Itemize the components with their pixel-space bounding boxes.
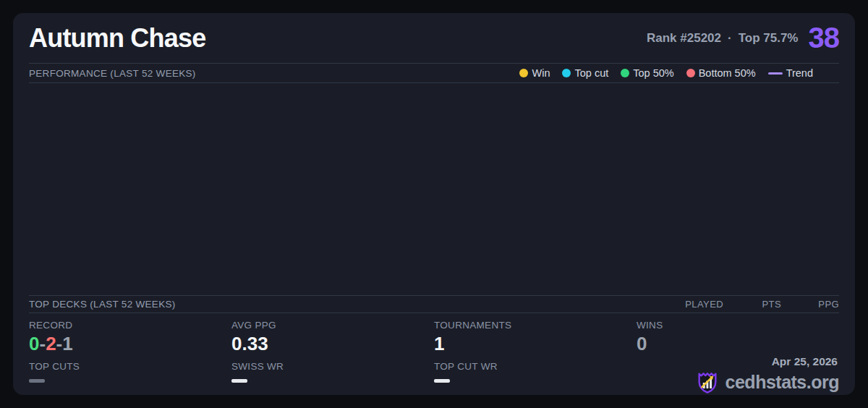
top-decks-title: TOP DECKS (LAST 52 WEEKS) — [29, 299, 176, 310]
column-ppg: PPG — [781, 299, 839, 310]
rank-summary: Rank #25202 · Top 75.7% 38 — [647, 22, 839, 54]
player-name: Autumn Chase — [29, 23, 205, 54]
stat-avg-ppg: AVG PPG 0.33 — [231, 313, 434, 354]
record-losses: 2 — [46, 333, 56, 354]
column-pts: PTS — [723, 299, 781, 310]
legend-item-win: Win — [519, 67, 550, 79]
win-dot-icon — [519, 69, 528, 77]
top-cut-dot-icon — [562, 69, 571, 77]
top-cuts-empty-dash — [29, 379, 45, 383]
bottom-50-dot-icon — [686, 69, 695, 77]
legend-label-bottom-50: Bottom 50% — [699, 67, 756, 79]
generated-date: Apr 25, 2026 — [772, 355, 838, 368]
rank-text: Rank #25202 · Top 75.7% — [647, 31, 799, 46]
player-score: 38 — [809, 22, 840, 54]
tournaments-label: TOURNAMENTS — [434, 320, 637, 331]
legend-label-top-cut: Top cut — [574, 67, 608, 79]
rank-label: Rank #25202 — [647, 31, 721, 46]
stat-top-cuts: TOP CUTS — [29, 354, 231, 386]
tournaments-value: 1 — [434, 333, 637, 354]
top-decks-columns: PLAYED PTS PPG — [665, 299, 839, 310]
legend-item-top-cut: Top cut — [562, 67, 608, 79]
top-50-dot-icon — [621, 69, 629, 77]
top-cuts-label: TOP CUTS — [29, 361, 231, 372]
trend-line-icon — [768, 72, 783, 75]
percentile-label: Top 75.7% — [739, 31, 799, 46]
avg-ppg-label: AVG PPG — [231, 320, 434, 331]
top-cut-wr-label: TOP CUT WR — [434, 361, 637, 372]
legend-item-top-50: Top 50% — [621, 67, 673, 79]
rank-separator: · — [728, 31, 732, 46]
record-label: RECORD — [29, 320, 231, 331]
wins-label: WINS — [637, 320, 839, 331]
cedhstats-shield-logo-icon — [695, 369, 720, 395]
brand-footer[interactable]: cedhstats.org — [695, 369, 839, 395]
top-cut-wr-empty-dash — [434, 379, 450, 383]
stat-swiss-wr: SWISS WR — [231, 354, 434, 386]
top-decks-header: TOP DECKS (LAST 52 WEEKS) PLAYED PTS PPG — [29, 295, 839, 313]
card-header: Autumn Chase Rank #25202 · Top 75.7% 38 — [29, 13, 839, 63]
legend-label-top-50: Top 50% — [633, 67, 673, 79]
record-value: 0-2-1 — [29, 333, 231, 354]
swiss-wr-label: SWISS WR — [231, 361, 434, 372]
stat-record: RECORD 0-2-1 — [29, 313, 231, 354]
legend-item-trend: Trend — [768, 67, 813, 79]
performance-header: PERFORMANCE (LAST 52 WEEKS) Win Top cut … — [29, 63, 839, 83]
legend-label-trend: Trend — [786, 67, 813, 79]
wins-value: 0 — [637, 333, 839, 354]
column-played: PLAYED — [665, 299, 723, 310]
performance-chart — [29, 83, 839, 295]
avg-ppg-value: 0.33 — [231, 333, 434, 354]
performance-title: PERFORMANCE (LAST 52 WEEKS) — [29, 68, 196, 79]
record-draws: 1 — [62, 333, 72, 354]
swiss-wr-empty-dash — [231, 379, 247, 383]
legend-label-win: Win — [532, 67, 550, 79]
player-stats-card: Autumn Chase Rank #25202 · Top 75.7% 38 … — [13, 13, 855, 395]
stat-top-cut-wr: TOP CUT WR — [434, 354, 637, 386]
brand-name: cedhstats.org — [726, 372, 839, 393]
legend-item-bottom-50: Bottom 50% — [686, 67, 756, 79]
stat-tournaments: TOURNAMENTS 1 — [434, 313, 637, 354]
record-wins: 0 — [29, 333, 39, 354]
chart-legend: Win Top cut Top 50% Bottom 50% Trend — [519, 67, 813, 79]
stat-wins: WINS 0 — [637, 313, 839, 354]
